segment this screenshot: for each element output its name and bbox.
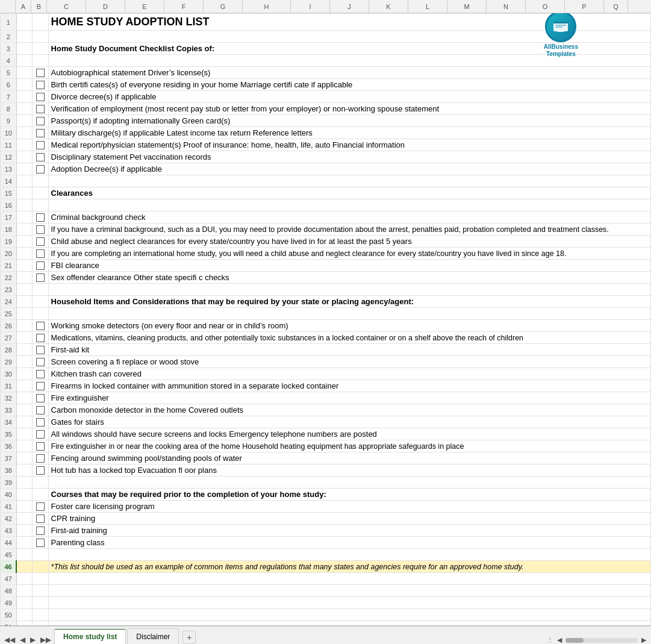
table-row: 44 Parenting class [1, 537, 651, 549]
checkbox[interactable] [36, 527, 45, 535]
checkbox[interactable] [36, 406, 45, 414]
checkbox[interactable] [36, 358, 45, 366]
table-row: 25 [1, 308, 651, 320]
svg-rect-2 [557, 30, 564, 32]
table-row: 21 FBI clearance [1, 260, 651, 272]
col-header-d: D [86, 0, 125, 13]
table-row: 11 Medical report/physician statement(s)… [1, 139, 651, 151]
nav-next-arrow[interactable]: ▶ [28, 636, 37, 644]
tab-bar-right: ⋮ ◀ ▶ [547, 636, 651, 644]
column-headers: A B C D E F G H I J K L M N O P Q [0, 0, 651, 13]
table-row: 36 Fire extinguisher in or near the cook… [1, 440, 651, 452]
checkbox[interactable] [36, 454, 45, 463]
table-row: 22 Sex offender clearance Other state sp… [1, 272, 651, 284]
checkbox[interactable] [36, 141, 45, 149]
checkbox[interactable] [36, 394, 45, 402]
col-header-f: F [164, 0, 204, 13]
checkbox[interactable] [36, 346, 45, 354]
checkbox[interactable] [36, 334, 45, 342]
spreadsheet-table: 1 HOME STUDY ADOPTION LIST [0, 13, 651, 625]
checkbox[interactable] [36, 322, 45, 330]
table-row: 38 Hot tub has a locked top Evacuation f… [1, 464, 651, 477]
checkbox[interactable] [36, 502, 45, 511]
col-header-q: Q [604, 0, 628, 13]
nav-first-arrow[interactable]: ◀◀ [2, 636, 17, 644]
sheet-content: 1 HOME STUDY ADOPTION LIST [0, 13, 651, 625]
col-header-l: L [408, 0, 447, 13]
table-row: 13 Adoption Decree(s) if applicable [1, 163, 651, 175]
table-row: 50 [1, 609, 651, 621]
nav-prev-arrow[interactable]: ◀ [18, 636, 27, 644]
tab-disclaimer[interactable]: Disclaimer [127, 628, 179, 644]
table-row: 51 [1, 621, 651, 626]
tab-add-button[interactable]: + [182, 631, 196, 644]
table-row: 16 [1, 199, 651, 211]
table-row: 47 [1, 573, 651, 585]
checkbox[interactable] [36, 237, 45, 246]
table-row: 37 Fencing around swimming pool/standing… [1, 452, 651, 464]
table-row: 43 First-aid training [1, 525, 651, 537]
cell-a1 [16, 14, 33, 31]
tab-bar: ◀◀ ◀ ▶ ▶▶ Home study list Disclaimer + ⋮… [0, 626, 651, 644]
checkbox[interactable] [36, 466, 45, 475]
checkbox[interactable] [36, 225, 45, 234]
checkbox[interactable] [36, 382, 45, 390]
row-num-2: 2 [1, 31, 17, 43]
logo-area: AllBusiness Templates [544, 13, 578, 58]
svg-rect-3 [555, 25, 566, 26]
table-row: 15 Clearances [1, 187, 651, 199]
checkbox[interactable] [36, 153, 45, 161]
checkbox[interactable] [36, 105, 45, 113]
nav-left-icon[interactable]: ◀ [557, 636, 562, 644]
table-row: 48 [1, 585, 651, 597]
checkbox[interactable] [36, 261, 45, 270]
checkbox[interactable] [36, 165, 45, 174]
sheet-scrollbar[interactable] [565, 638, 638, 643]
col-header-c: C [47, 0, 86, 13]
table-row: 8 Verification of employment (most recen… [1, 103, 651, 115]
page-title: HOME STUDY ADOPTION LIST [51, 16, 210, 28]
table-row: 29 Screen covering a fi replace or wood … [1, 356, 651, 368]
col-header-i: I [291, 0, 330, 13]
tab-home-study-list[interactable]: Home study list [54, 629, 126, 644]
sheet-nav-arrows[interactable]: ◀◀ ◀ ▶ ▶▶ [2, 636, 53, 644]
svg-rect-4 [555, 27, 562, 28]
table-row: 27 Medications, vitamins, cleaning produ… [1, 332, 651, 344]
cell-title: HOME STUDY ADOPTION LIST [48, 14, 650, 31]
col-header-e: E [125, 0, 164, 13]
options-icon[interactable]: ⋮ [547, 636, 553, 644]
table-row: 33 Carbon monoxide detector in the home … [1, 404, 651, 416]
checkbox[interactable] [36, 539, 45, 547]
checkbox[interactable] [36, 117, 45, 125]
table-row: 23 [1, 284, 651, 296]
checkbox[interactable] [36, 129, 45, 137]
table-row: 41 Foster care licensing program [1, 501, 651, 513]
col-header-b: B [31, 0, 47, 13]
table-row: 49 [1, 597, 651, 609]
checkbox[interactable] [36, 370, 45, 378]
svg-rect-1 [553, 22, 568, 23]
checkbox[interactable] [36, 81, 45, 89]
logo-icon [545, 13, 576, 42]
checkbox[interactable] [36, 69, 45, 77]
table-row: 20 If you are completing an internationa… [1, 248, 651, 260]
col-header-a: A [16, 0, 31, 13]
table-row: 5 Autobiographical statement Driver’s li… [1, 67, 651, 79]
col-header-k: K [369, 0, 408, 13]
checkbox[interactable] [36, 213, 45, 222]
table-row: 32 Fire extinguisher [1, 392, 651, 404]
checkbox[interactable] [36, 274, 45, 282]
checkbox[interactable] [36, 442, 45, 451]
checkbox[interactable] [36, 430, 45, 439]
table-row: 39 [1, 477, 651, 489]
checkbox[interactable] [36, 418, 45, 427]
checkbox[interactable] [36, 93, 45, 101]
checkbox[interactable] [36, 514, 45, 523]
nav-last-arrow[interactable]: ▶▶ [39, 636, 53, 644]
checkbox[interactable] [36, 249, 45, 258]
row-num-1: 1 [1, 14, 17, 31]
table-row: 24 Household Items and Considerations th… [1, 296, 651, 308]
nav-right-icon[interactable]: ▶ [641, 636, 646, 644]
table-row: 1 HOME STUDY ADOPTION LIST [1, 14, 651, 31]
table-row: 31 Firearms in locked container with amm… [1, 380, 651, 392]
